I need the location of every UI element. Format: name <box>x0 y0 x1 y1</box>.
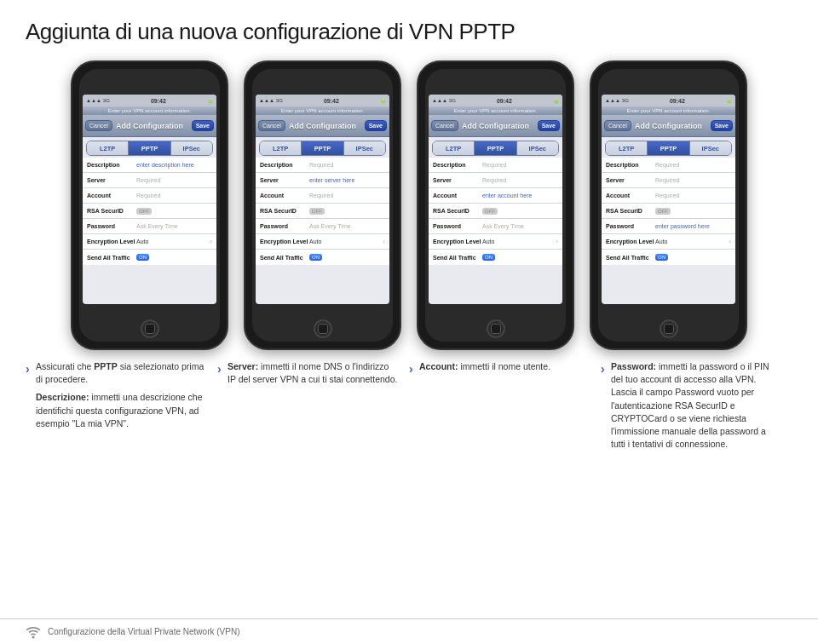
iphone-1: ▲▲▲ 3G 09:42 🔋 Enter your VPN account in… <box>71 60 228 350</box>
form-row-encryption[interactable]: Encryption Level Auto › <box>429 234 562 250</box>
footer-text: Configurazione della Virtual Private Net… <box>48 627 239 636</box>
form-row-description: Description Required <box>602 158 735 173</box>
network-type: 3G <box>622 98 629 103</box>
form-row-password: Password enter password here <box>602 219 735 234</box>
signal-icon: ▲▲▲ <box>86 98 101 103</box>
toggle-control[interactable]: OFF <box>136 208 152 215</box>
segment-control[interactable]: L2TP PPTP IPSec <box>605 141 732 156</box>
status-bar: ▲▲▲ 3G 09:42 🔋 <box>256 95 389 106</box>
iphone-home-inner <box>145 324 155 334</box>
battery-icon: 🔋 <box>726 98 732 104</box>
iphone-home-button[interactable] <box>660 319 678 338</box>
toggle-control[interactable]: OFF <box>309 208 325 215</box>
form-label: Description <box>260 162 309 168</box>
form-value: Required <box>482 162 558 168</box>
nav-cancel-button[interactable]: Cancel <box>258 120 285 131</box>
form-label: Account <box>606 193 655 198</box>
segment-item-pptp[interactable]: PPTP <box>129 141 170 155</box>
network-type: 3G <box>103 98 110 103</box>
form-label: Encryption Level <box>433 239 482 244</box>
segment-item-l2tp[interactable]: L2TP <box>433 141 475 155</box>
desc-col-4: Password: immetti la password o il PIN d… <box>601 360 792 451</box>
toggle-off[interactable]: OFF <box>136 208 152 215</box>
form-value: Required <box>482 177 558 183</box>
status-time: 09:42 <box>670 98 685 104</box>
iphone-home-button[interactable] <box>487 319 505 338</box>
toggle-off[interactable]: OFF <box>655 208 671 215</box>
toggle-on-control[interactable]: ON <box>655 254 668 261</box>
toggle-off[interactable]: OFF <box>482 208 498 215</box>
segment-item-ipsec[interactable]: IPSec <box>690 141 731 155</box>
status-bar: ▲▲▲ 3G 09:42 🔋 <box>429 95 562 106</box>
nav-bar: Cancel Add Configuration Save <box>256 115 389 137</box>
toggle-on-control[interactable]: ON <box>482 254 495 261</box>
segment-item-ipsec[interactable]: IPSec <box>517 141 558 155</box>
desc-col-3: Account: immetti il nome utente. <box>409 360 601 451</box>
form-row-encryption[interactable]: Encryption Level Auto › <box>83 234 216 250</box>
segment-item-l2tp[interactable]: L2TP <box>87 141 129 155</box>
segment-item-l2tp[interactable]: L2TP <box>606 141 648 155</box>
form-label: RSA SecurID <box>87 208 136 214</box>
segment-control[interactable]: L2TP PPTP IPSec <box>259 141 386 156</box>
form-value: Auto <box>136 239 208 244</box>
status-right: 🔋 <box>207 98 213 104</box>
iphone-home-button[interactable] <box>141 319 159 338</box>
form-value: Ask Every Time <box>136 223 212 229</box>
form-row-password: Password Ask Every Time <box>83 219 216 234</box>
segment-item-ipsec[interactable]: IPSec <box>171 141 212 155</box>
nav-cancel-button[interactable]: Cancel <box>85 120 112 131</box>
toggle-on-label[interactable]: ON <box>482 254 495 261</box>
status-left: ▲▲▲ 3G <box>605 98 629 103</box>
segment-item-ipsec[interactable]: IPSec <box>344 141 385 155</box>
nav-save-button[interactable]: Save <box>711 120 733 131</box>
toggle-on-label[interactable]: ON <box>136 254 149 261</box>
form-label: Send All Traffic <box>433 255 482 261</box>
form-value: Required <box>655 177 731 183</box>
form-row-rsa-securid: RSA SecurID OFF <box>602 204 735 219</box>
segment-item-l2tp[interactable]: L2TP <box>260 141 302 155</box>
toggle-on-control[interactable]: ON <box>136 254 149 261</box>
desc-para1: Assicurati che PPTP sia selezionato prim… <box>36 360 207 386</box>
toggle-control[interactable]: OFF <box>655 208 671 215</box>
toggle-on-label[interactable]: ON <box>655 254 668 261</box>
form-label: Account <box>87 193 136 198</box>
phones-row: ▲▲▲ 3G 09:42 🔋 Enter your VPN account in… <box>0 54 818 350</box>
form-label: Encryption Level <box>87 239 136 244</box>
toggle-on-control[interactable]: ON <box>309 254 322 261</box>
form-row-encryption[interactable]: Encryption Level Auto › <box>256 234 389 250</box>
segment-control[interactable]: L2TP PPTP IPSec <box>432 141 559 156</box>
iphone-home-button[interactable] <box>314 319 332 338</box>
footer: Configurazione della Virtual Private Net… <box>0 618 818 644</box>
form-value: Auto <box>655 239 727 244</box>
status-right: 🔋 <box>726 98 732 104</box>
nav-info-text: Enter your VPN account information. <box>256 106 389 115</box>
nav-save-button[interactable]: Save <box>365 120 387 131</box>
form-row-server: Server enter server here <box>256 173 389 188</box>
form-row-account: Account Required <box>256 188 389 204</box>
segment-item-pptp[interactable]: PPTP <box>475 141 516 155</box>
svg-point-0 <box>32 636 34 638</box>
nav-cancel-button[interactable]: Cancel <box>604 120 631 131</box>
segment-item-pptp[interactable]: PPTP <box>302 141 343 155</box>
signal-icon: ▲▲▲ <box>432 98 447 103</box>
form-label: Account <box>260 193 309 198</box>
segment-item-pptp[interactable]: PPTP <box>648 141 689 155</box>
form-value-active: enter server here <box>309 177 385 183</box>
toggle-on-label[interactable]: ON <box>309 254 322 261</box>
form-value: Required <box>655 162 731 168</box>
nav-save-button[interactable]: Save <box>538 120 560 131</box>
iphone-screen-3: ▲▲▲ 3G 09:42 🔋 Enter your VPN account in… <box>429 95 562 304</box>
toggle-control[interactable]: OFF <box>482 208 498 215</box>
segment-control[interactable]: L2TP PPTP IPSec <box>86 141 213 156</box>
nav-save-button[interactable]: Save <box>192 120 214 131</box>
arrow-right-icon: › <box>210 238 212 245</box>
descriptions-row: Assicurati che PPTP sia selezionato prim… <box>0 350 818 451</box>
form-row-encryption[interactable]: Encryption Level Auto › <box>602 234 735 250</box>
desc-para2-bold: Descrizione: <box>36 392 89 402</box>
nav-bar: Cancel Add Configuration Save <box>83 115 216 137</box>
form-row-rsa-securid: RSA SecurID OFF <box>83 204 216 219</box>
status-time: 09:42 <box>324 98 339 104</box>
nav-cancel-button[interactable]: Cancel <box>431 120 458 131</box>
toggle-off[interactable]: OFF <box>309 208 325 215</box>
status-time: 09:42 <box>151 98 166 104</box>
